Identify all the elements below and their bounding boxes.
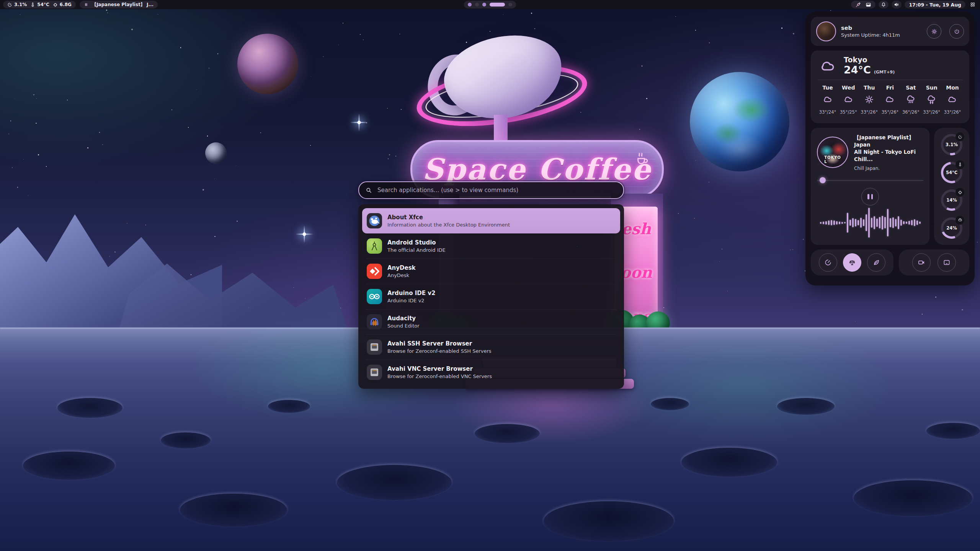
music-player-card: 【Japanese Playlist】 Japan All Night - To… [811, 128, 929, 245]
launcher-search[interactable] [358, 181, 624, 199]
workspace-dot-5-empty[interactable] [508, 3, 512, 7]
star [323, 56, 324, 57]
viz-bar [863, 219, 864, 226]
crater [926, 423, 980, 439]
crater [268, 400, 310, 413]
chip-icon [53, 2, 58, 7]
avahi-icon [367, 339, 382, 355]
videocam-button[interactable] [912, 253, 931, 272]
viz-bar [874, 216, 875, 229]
now-playing-label: 【Japanese Playlist】 J... [92, 2, 154, 8]
app-grid-button[interactable] [969, 1, 977, 8]
star [935, 297, 936, 298]
workspace-dot-1-occupied[interactable] [468, 3, 472, 7]
xfce-icon [367, 213, 382, 228]
viz-bar [836, 221, 838, 225]
app-title: Android Studio [387, 239, 446, 246]
crater [161, 432, 211, 448]
gauge-thermometer: 54°C [941, 162, 962, 183]
seek-bar[interactable] [817, 177, 923, 183]
neon-sign-fragment: oon [621, 263, 652, 281]
viz-bar [887, 209, 889, 236]
power-mode-scales-button[interactable] [843, 253, 861, 272]
viz-bar [919, 222, 921, 224]
viz-bar [884, 217, 886, 228]
viz-bar [914, 219, 915, 226]
star [36, 123, 36, 124]
clock: 17:09 - Tue, 19 Aug [909, 2, 961, 8]
launcher-item[interactable]: Avahi SSH Server BrowserBrowse for Zeroc… [362, 334, 620, 360]
launcher-item[interactable]: Arduino IDE v2Arduino IDE v2 [362, 284, 620, 309]
day-label: Fri [886, 85, 894, 91]
launcher-item[interactable]: AnyDeskAnyDesk [362, 259, 620, 284]
network-icon[interactable] [855, 2, 861, 8]
storm-icon [926, 94, 937, 106]
app-title: Audacity [387, 315, 420, 322]
star [209, 68, 209, 68]
workspace-dot-4-active[interactable] [490, 3, 505, 7]
viz-bar [906, 222, 907, 224]
wallpaper-icon[interactable] [866, 2, 871, 8]
volume-icon [894, 2, 899, 7]
screenshot-button[interactable] [938, 253, 956, 272]
viz-bar [833, 220, 835, 225]
star [962, 309, 963, 310]
forecast-day-tue: Tue33°/24° [818, 85, 838, 115]
tray-pill [851, 1, 875, 8]
sun-icon [864, 94, 874, 106]
power-mode-speedometer-button[interactable] [819, 253, 837, 272]
power-icon [954, 28, 960, 35]
cloud-icon [947, 94, 957, 106]
workspace-dot-3-occupied[interactable] [482, 3, 486, 7]
star [131, 29, 133, 30]
volume-button[interactable] [892, 1, 902, 8]
weather-city: Tokyo [844, 56, 895, 64]
disk-icon [956, 216, 964, 225]
planet-earth [690, 72, 789, 171]
media-player-pill[interactable]: 【Japanese Playlist】 J... [80, 1, 158, 8]
power-button[interactable] [949, 24, 964, 39]
power-mode-pill [811, 249, 893, 276]
bell-icon [881, 2, 886, 7]
seek-knob[interactable] [820, 177, 826, 183]
star [395, 156, 396, 156]
star [87, 147, 88, 148]
gear-icon [931, 28, 938, 35]
star [388, 158, 389, 159]
star [792, 249, 793, 250]
viz-bar [844, 222, 846, 223]
star [109, 256, 110, 256]
clock-pill[interactable]: 17:09 - Tue, 19 Aug [905, 1, 965, 8]
crater [57, 398, 122, 418]
notifications-button[interactable] [879, 1, 889, 8]
viz-bar [849, 220, 851, 226]
search-input[interactable] [377, 186, 617, 194]
day-temps: 35°/25° [840, 109, 857, 115]
memory-usage: 6.8G [53, 2, 72, 7]
settings-button[interactable] [927, 24, 941, 39]
track-title: 【Japanese Playlist】 Japan All Night - To… [854, 134, 923, 163]
viz-bar [839, 222, 840, 224]
launcher-item[interactable]: Avahi VNC Server BrowserBrowse for Zeroc… [362, 360, 620, 385]
power-mode-leaf-button[interactable] [867, 253, 885, 272]
crater [180, 494, 287, 527]
launcher-item[interactable]: Android StudioThe official Android IDE [362, 233, 620, 259]
viz-bar [908, 221, 910, 225]
weather-timezone: (GMT+9) [874, 70, 895, 75]
workspace-dot-2-empty[interactable] [475, 3, 479, 7]
app-description: Information about the Xfce Desktop Envir… [387, 222, 510, 228]
cloud-icon [843, 94, 854, 106]
launcher-item[interactable]: AudacitySound Editor [362, 309, 620, 334]
forecast-day-thu: Thu33°/26° [859, 85, 879, 115]
play-pause-button[interactable] [861, 188, 879, 205]
star [145, 225, 146, 225]
viz-bar [879, 217, 880, 228]
gauge-chip: 14% [941, 189, 962, 211]
day-label: Sat [906, 85, 916, 91]
crater [337, 465, 452, 500]
day-label: Tue [822, 85, 833, 91]
star [237, 221, 238, 222]
day-temps: 35°/26° [882, 109, 899, 115]
app-title: Arduino IDE v2 [387, 290, 436, 297]
launcher-item-selected[interactable]: About XfceInformation about the Xfce Des… [362, 208, 620, 233]
